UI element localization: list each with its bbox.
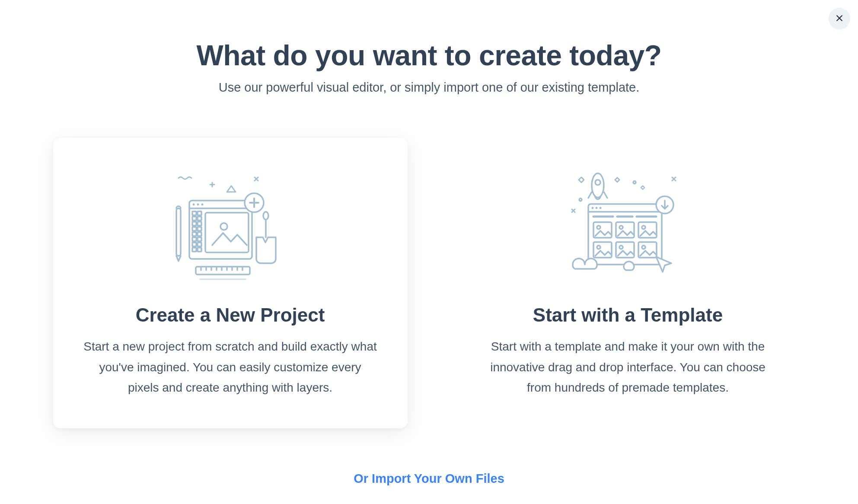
new-project-title: Create a New Project <box>83 304 377 326</box>
new-project-card[interactable]: Create a New Project Start a new project… <box>53 138 408 428</box>
modal-container: What do you want to create today? Use ou… <box>23 0 836 486</box>
option-cards: Create a New Project Start a new project… <box>23 138 836 428</box>
svg-point-6 <box>201 204 203 206</box>
page-subtitle: Use our powerful visual editor, or simpl… <box>23 80 836 95</box>
template-title: Start with a Template <box>481 304 775 326</box>
close-icon <box>835 14 844 24</box>
svg-point-41 <box>579 198 582 201</box>
svg-point-47 <box>595 207 597 209</box>
new-project-description: Start a new project from scratch and bui… <box>83 336 377 398</box>
svg-point-27 <box>263 212 268 220</box>
svg-rect-25 <box>176 208 181 256</box>
svg-rect-23 <box>205 213 249 252</box>
svg-point-48 <box>599 207 601 209</box>
svg-point-5 <box>197 204 199 206</box>
template-card[interactable]: Start with a Template Start with a templ… <box>451 138 805 428</box>
template-description: Start with a template and make it your o… <box>481 336 775 398</box>
close-button[interactable] <box>829 8 850 29</box>
svg-point-40 <box>633 181 636 184</box>
import-files-link[interactable]: Or Import Your Own Files <box>23 472 836 486</box>
template-illustration <box>563 162 693 291</box>
svg-point-46 <box>591 207 593 209</box>
svg-point-4 <box>192 204 195 206</box>
new-project-illustration <box>166 162 295 291</box>
page-title: What do you want to create today? <box>23 39 836 72</box>
